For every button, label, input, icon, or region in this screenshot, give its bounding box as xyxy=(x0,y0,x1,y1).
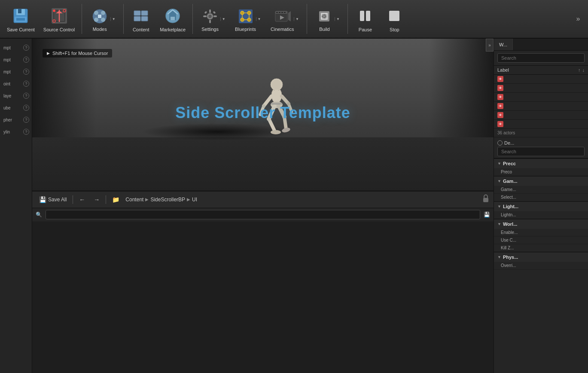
help-icon-0[interactable]: ? xyxy=(23,45,29,51)
left-item-3[interactable]: oint ? xyxy=(0,78,32,89)
svg-point-35 xyxy=(247,11,251,15)
viewport-hint: Shift+F1 for Mouse Cursor xyxy=(43,49,112,58)
visibility-icon-4[interactable]: 👁 xyxy=(497,112,503,118)
prop-override[interactable]: Overri... xyxy=(494,262,588,270)
blueprints-dropdown-arrow[interactable]: ▼ xyxy=(256,17,262,21)
prop-game-mode[interactable]: Game... xyxy=(494,186,588,194)
help-icon-7[interactable]: ? xyxy=(23,129,29,135)
section-header-game[interactable]: ▼ Gam... xyxy=(494,176,588,186)
visibility-icon-1[interactable]: 👁 xyxy=(497,85,503,91)
lock-button[interactable] xyxy=(482,194,489,204)
marketplace-button[interactable]: Marketplace xyxy=(156,2,189,36)
settings-button[interactable]: Settings ▼ xyxy=(196,2,230,36)
eye-row-4[interactable]: 👁 xyxy=(494,111,588,120)
svg-rect-4 xyxy=(16,18,25,21)
modes-button[interactable]: Modes ▼ xyxy=(85,2,120,36)
save-current-button[interactable]: Save Current xyxy=(3,2,38,36)
eye-row-3[interactable]: 👁 xyxy=(494,102,588,111)
left-item-7[interactable]: ylin ? xyxy=(0,126,32,137)
svg-rect-18 xyxy=(98,15,101,18)
content-search-icon: 🔍 xyxy=(36,212,42,218)
section-header-phys[interactable]: ▼ Phys... xyxy=(494,252,588,262)
svg-rect-2 xyxy=(18,9,21,13)
settings-dropdown-arrow[interactable]: ▼ xyxy=(220,17,226,21)
right-panel-search-input[interactable] xyxy=(497,53,585,63)
left-item-1[interactable]: mpt ? xyxy=(0,54,32,65)
details-search-input[interactable] xyxy=(497,147,585,156)
left-item-2[interactable]: mpt ? xyxy=(0,66,32,77)
section-header-precc[interactable]: ▼ Precc xyxy=(494,159,588,168)
details-search-icon xyxy=(497,140,503,146)
svg-point-62 xyxy=(271,79,282,90)
help-icon-4[interactable]: ? xyxy=(23,93,29,99)
svg-rect-47 xyxy=(284,12,286,13)
svg-point-16 xyxy=(94,18,98,22)
breadcrumb-sidescrollerbp[interactable]: SideScrollerBP xyxy=(150,197,185,203)
breadcrumb-content[interactable]: Content xyxy=(125,197,143,203)
pause-button[interactable]: Pause xyxy=(351,2,379,36)
eye-row-5[interactable]: 👁 xyxy=(494,120,588,129)
visibility-icon-2[interactable]: 👁 xyxy=(497,94,503,100)
left-item-4[interactable]: laye ? xyxy=(0,90,32,101)
content-browser-bar: 💾 Save All ← → 📁 Content ▶ SideScrollerB… xyxy=(32,191,494,208)
back-button[interactable]: ← xyxy=(76,195,88,204)
right-label-header: Label ↑ ↓ xyxy=(494,66,588,75)
right-panel-tabs: W... xyxy=(494,39,588,51)
left-item-0[interactable]: mpt ? xyxy=(0,42,32,53)
build-button[interactable]: Build ▼ xyxy=(311,2,344,36)
label-sort-arrows[interactable]: ↑ ↓ xyxy=(578,67,585,73)
svg-rect-46 xyxy=(281,12,283,13)
stop-button[interactable]: Stop xyxy=(381,2,408,36)
section-header-world[interactable]: ▼ Worl... xyxy=(494,219,588,229)
visibility-icon-3[interactable]: 👁 xyxy=(497,103,503,109)
left-item-5[interactable]: ube ? xyxy=(0,102,32,113)
left-item-6[interactable]: pher ? xyxy=(0,114,32,125)
help-icon-3[interactable]: ? xyxy=(23,81,29,87)
right-tab-world[interactable]: W... xyxy=(494,39,513,50)
build-dropdown-arrow[interactable]: ▼ xyxy=(335,17,341,21)
expand-right-panel-button[interactable]: » xyxy=(486,39,494,52)
prop-use-c[interactable]: Use C... xyxy=(494,237,588,244)
modes-dropdown-arrow[interactable]: ▼ xyxy=(110,17,116,21)
props-section-game: ▼ Gam... Game... Select... xyxy=(494,176,588,201)
source-control-icon xyxy=(49,6,70,26)
help-icon-1[interactable]: ? xyxy=(23,57,29,63)
source-control-button[interactable]: Source Control xyxy=(40,2,78,36)
forward-button[interactable]: → xyxy=(91,195,102,204)
prop-kill-z[interactable]: Kill Z... xyxy=(494,244,588,252)
help-icon-5[interactable]: ? xyxy=(23,105,29,111)
expand-toolbar-button[interactable]: » xyxy=(572,6,585,32)
prop-select[interactable]: Select... xyxy=(494,194,588,201)
eye-row-2[interactable]: 👁 xyxy=(494,93,588,102)
prop-preco[interactable]: Preco xyxy=(494,168,588,176)
prop-enable[interactable]: Enable... xyxy=(494,229,588,237)
content-search-input[interactable] xyxy=(46,210,480,219)
cinematics-dropdown-arrow[interactable]: ▼ xyxy=(294,17,300,21)
eye-row-1[interactable]: 👁 xyxy=(494,84,588,93)
content-search-bar: 🔍 💾 xyxy=(32,208,494,221)
prop-lightning[interactable]: Lightn... xyxy=(494,211,588,219)
content-files-area[interactable] xyxy=(32,221,494,373)
blueprints-button[interactable]: Blueprints ▼ xyxy=(232,2,265,36)
svg-point-12 xyxy=(53,20,55,22)
content-button[interactable]: Content xyxy=(127,2,155,36)
cinematics-button[interactable]: Cinematics ▼ xyxy=(267,2,303,36)
visibility-icon-5[interactable]: 👁 xyxy=(497,121,503,127)
pause-icon xyxy=(355,6,375,26)
content-save-icon[interactable]: 💾 xyxy=(484,212,490,218)
breadcrumb-ui[interactable]: UI xyxy=(192,197,197,203)
actors-count: 36 actors xyxy=(494,129,588,137)
visibility-icon-0[interactable]: 👁 xyxy=(497,76,503,82)
props-section-light: ▼ Light... Lightn... xyxy=(494,201,588,219)
details-label: De... xyxy=(497,139,585,147)
svg-rect-30 xyxy=(213,15,217,17)
section-header-light[interactable]: ▼ Light... xyxy=(494,202,588,211)
cb-separator-2 xyxy=(106,195,106,204)
viewport[interactable]: Shift+F1 for Mouse Cursor Side Scroller … xyxy=(32,39,494,191)
svg-rect-44 xyxy=(276,12,278,13)
eye-row-0[interactable]: 👁 xyxy=(494,75,588,84)
svg-rect-28 xyxy=(209,20,211,23)
help-icon-6[interactable]: ? xyxy=(23,117,29,123)
help-icon-2[interactable]: ? xyxy=(23,69,29,75)
save-all-button[interactable]: 💾 Save All xyxy=(37,195,69,204)
